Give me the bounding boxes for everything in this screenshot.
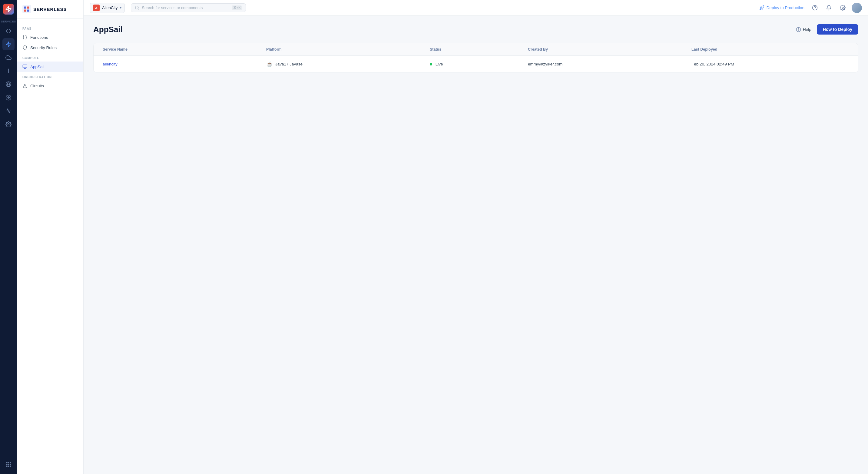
java-platform-icon: ☕ <box>266 61 273 67</box>
help-circle-icon <box>796 27 801 32</box>
svg-rect-15 <box>10 464 11 465</box>
faas-section-label: FAAS <box>17 27 83 30</box>
svg-rect-21 <box>27 7 29 9</box>
search-bar[interactable]: Search for services or components ⌘+K <box>131 3 246 12</box>
page-title: AppSail <box>93 25 123 34</box>
deploy-to-production-button[interactable]: Deploy to Production <box>758 3 806 12</box>
rail-item-settings[interactable] <box>2 118 14 130</box>
col-service-name: Service Name <box>100 43 263 56</box>
svg-rect-13 <box>6 464 7 465</box>
svg-rect-23 <box>27 9 29 11</box>
svg-rect-12 <box>10 462 11 464</box>
sidebar-item-security-rules-label: Security Rules <box>30 46 57 50</box>
svg-line-30 <box>24 85 25 87</box>
sidebar-nav: FAAS Functions Security Rules COMPUTE Ap… <box>17 19 83 474</box>
sidebar-item-appsail[interactable]: AppSail <box>17 61 83 72</box>
rail-item-monitor[interactable] <box>2 105 14 117</box>
content-area: AppSail Help How to Deploy Service Nam <box>84 16 868 474</box>
search-shortcut: ⌘+K <box>232 5 242 10</box>
created-by-cell: emmy@zylker.com <box>525 57 688 71</box>
sidebar-item-circuits[interactable]: Circuits <box>17 81 83 91</box>
services-table: Service Name Platform Status Created By … <box>93 43 858 72</box>
svg-point-37 <box>842 7 843 8</box>
platform-cell: ☕ Java17 Javase <box>263 56 427 72</box>
rail-item-analytics[interactable] <box>2 65 14 77</box>
svg-rect-16 <box>6 466 7 467</box>
rail-item-serverless[interactable] <box>2 38 14 50</box>
rail-item-network[interactable] <box>2 78 14 90</box>
status-label: Live <box>435 62 443 66</box>
last-deployed-cell: Feb 20, 2024 02:49 PM <box>688 57 852 71</box>
svg-marker-0 <box>6 6 11 12</box>
sidebar-header: SERVERLESS <box>17 0 83 19</box>
svg-rect-22 <box>24 9 26 11</box>
sidebar-item-functions-label: Functions <box>30 35 48 40</box>
help-button-label: Help <box>803 27 811 32</box>
topbar: A AlienCity ▾ Search for services or com… <box>84 0 868 16</box>
notifications-button[interactable] <box>824 3 834 13</box>
svg-point-9 <box>8 124 9 125</box>
rail-item-code[interactable] <box>2 25 14 37</box>
svg-rect-19 <box>23 5 31 13</box>
svg-rect-24 <box>23 65 27 67</box>
table-row: aliencity ☕ Java17 Javase Live emmy@zylk… <box>94 56 858 72</box>
workspace-selector[interactable]: A AlienCity ▾ <box>90 3 125 13</box>
orchestration-section-label: ORCHESTRATION <box>17 76 83 79</box>
how-to-deploy-label: How to Deploy <box>823 27 852 32</box>
help-icon-button[interactable] <box>810 3 819 13</box>
workspace-avatar: A <box>93 4 100 11</box>
sidebar: SERVERLESS FAAS Functions Security Rules… <box>17 0 84 474</box>
content-header: AppSail Help How to Deploy <box>93 24 858 34</box>
rail-item-deploy[interactable] <box>2 91 14 103</box>
service-name-cell[interactable]: aliencity <box>100 57 263 71</box>
svg-line-34 <box>138 8 139 9</box>
content-header-actions: Help How to Deploy <box>795 24 858 34</box>
sidebar-item-appsail-label: AppSail <box>30 64 44 69</box>
table-header: Service Name Platform Status Created By … <box>94 43 858 56</box>
workspace-name: AlienCity <box>102 5 118 10</box>
status-indicator <box>430 63 432 65</box>
rail-grid-button[interactable] <box>2 458 14 470</box>
services-rail-label: Services <box>0 20 17 23</box>
gear-icon <box>840 5 845 10</box>
question-circle-icon <box>812 5 818 10</box>
status-cell: Live <box>427 57 525 71</box>
col-created-by: Created By <box>525 43 688 56</box>
app-logo <box>3 4 14 14</box>
sidebar-item-security-rules[interactable]: Security Rules <box>17 42 83 53</box>
bell-icon <box>826 5 832 10</box>
settings-button[interactable] <box>838 3 847 13</box>
sidebar-item-functions[interactable]: Functions <box>17 32 83 42</box>
col-platform: Platform <box>263 43 427 56</box>
rail-item-cloud[interactable] <box>2 52 14 64</box>
svg-rect-20 <box>24 7 26 9</box>
deploy-button-label: Deploy to Production <box>767 5 804 10</box>
sidebar-logo: SERVERLESS <box>23 5 67 13</box>
col-status: Status <box>427 43 525 56</box>
svg-rect-11 <box>8 462 9 464</box>
svg-rect-14 <box>8 464 9 465</box>
workspace-chevron-icon: ▾ <box>120 6 121 9</box>
svg-rect-10 <box>6 462 7 464</box>
user-avatar[interactable] <box>851 3 862 13</box>
topbar-right: Deploy to Production <box>758 3 862 13</box>
how-to-deploy-button[interactable]: How to Deploy <box>817 24 858 34</box>
svg-rect-17 <box>8 466 9 467</box>
platform-label: Java17 Javase <box>275 62 303 66</box>
svg-rect-18 <box>10 466 11 467</box>
sidebar-item-circuits-label: Circuits <box>30 84 44 88</box>
col-last-deployed: Last Deployed <box>688 43 852 56</box>
svg-line-31 <box>25 85 26 87</box>
search-icon <box>135 5 139 10</box>
rocket-icon <box>759 5 765 10</box>
compute-section-label: COMPUTE <box>17 56 83 60</box>
main-area: A AlienCity ▾ Search for services or com… <box>84 0 868 474</box>
search-placeholder: Search for services or components <box>142 5 229 10</box>
svg-marker-1 <box>6 42 11 47</box>
icon-rail: Services <box>0 0 17 474</box>
help-button[interactable]: Help <box>795 25 813 34</box>
sidebar-brand: SERVERLESS <box>33 7 67 12</box>
